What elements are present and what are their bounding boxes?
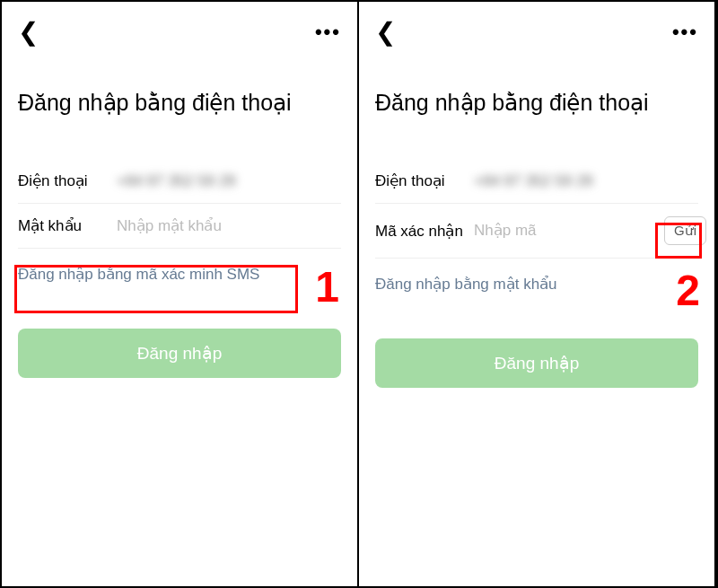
- code-label: Mã xác nhận: [375, 222, 474, 241]
- phone-value: +84 97 352 59 29: [117, 172, 236, 190]
- screen-right: ❮ ••• Đăng nhập bằng điện thoại Điện tho…: [359, 2, 716, 586]
- sms-login-link[interactable]: Đăng nhập bằng mã xác minh SMS: [18, 249, 341, 293]
- phone-field-row: Điện thoại +84 97 352 59 29: [18, 159, 341, 204]
- code-field-row: Mã xác nhận Gửi: [375, 204, 698, 259]
- step-number-2: 2: [676, 266, 700, 315]
- phone-label: Điện thoại: [18, 171, 117, 190]
- phone-field-row: Điện thoại +84 97 352 59 29: [375, 159, 698, 204]
- more-icon[interactable]: •••: [315, 21, 341, 44]
- back-icon[interactable]: ❮: [18, 20, 39, 45]
- password-field-row: Mật khẩu: [18, 204, 341, 249]
- code-input[interactable]: [474, 222, 664, 240]
- login-button[interactable]: Đăng nhập: [375, 338, 698, 388]
- phone-label: Điện thoại: [375, 171, 474, 190]
- header: ❮ •••: [375, 18, 698, 47]
- screen-left: ❮ ••• Đăng nhập bằng điện thoại Điện tho…: [2, 2, 359, 586]
- password-label: Mật khẩu: [18, 216, 117, 235]
- header: ❮ •••: [18, 18, 341, 47]
- page-title: Đăng nhập bằng điện thoại: [18, 90, 341, 116]
- back-icon[interactable]: ❮: [375, 20, 396, 45]
- step-number-1: 1: [315, 262, 339, 312]
- more-icon[interactable]: •••: [672, 21, 698, 44]
- password-login-link[interactable]: Đăng nhập bằng mật khẩu: [375, 259, 698, 303]
- login-button[interactable]: Đăng nhập: [18, 329, 341, 378]
- phone-value: +84 97 352 59 29: [474, 172, 593, 190]
- password-input[interactable]: [117, 217, 341, 235]
- page-title: Đăng nhập bằng điện thoại: [375, 90, 698, 116]
- send-code-button[interactable]: Gửi: [664, 216, 706, 245]
